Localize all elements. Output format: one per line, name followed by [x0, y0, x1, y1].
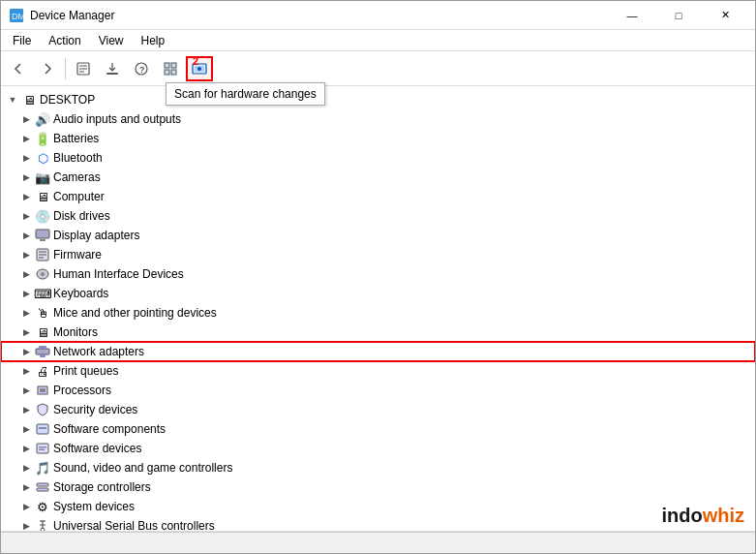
svg-rect-30 — [39, 427, 46, 429]
sw-devices-label: Software devices — [53, 442, 141, 455]
list-item[interactable]: ▶ 📷 Cameras — [1, 168, 755, 187]
expand-keyboard[interactable]: ▶ — [18, 286, 34, 301]
svg-rect-34 — [37, 483, 48, 486]
expand-audio[interactable]: ▶ — [18, 111, 34, 127]
properties-button[interactable] — [70, 56, 97, 81]
status-bar — [1, 532, 755, 553]
close-button[interactable]: ✕ — [703, 2, 747, 29]
expand-cameras[interactable]: ▶ — [18, 169, 34, 185]
expand-computer[interactable]: ▶ — [18, 189, 34, 204]
expand-network[interactable]: ▶ — [18, 344, 34, 359]
title-bar-left: DM Device Manager — [9, 8, 114, 23]
svg-text:DM: DM — [12, 12, 24, 21]
device-tree[interactable]: ▼ 🖥 DESKTOP ▶ 🔊 Audio inputs and outputs… — [1, 86, 755, 532]
expand-disk[interactable]: ▶ — [18, 208, 34, 224]
list-item[interactable]: ▶ 💿 Disk drives — [1, 206, 755, 226]
svg-rect-12 — [171, 70, 176, 75]
batteries-label: Batteries — [53, 132, 99, 145]
network-adapters-item[interactable]: ▶ Network adapters 1 — [1, 342, 755, 361]
list-item[interactable]: ▶ Security devices — [1, 400, 755, 419]
separator-1 — [65, 58, 66, 79]
expand-system[interactable]: ▶ — [18, 499, 34, 514]
back-button[interactable] — [5, 56, 32, 81]
minimize-button[interactable]: — — [610, 2, 654, 29]
sw-components-icon — [34, 420, 51, 438]
menu-view[interactable]: View — [91, 32, 132, 49]
expand-bluetooth[interactable]: ▶ — [18, 150, 34, 166]
hid-label: Human Interface Devices — [53, 267, 184, 281]
device-manager-window: DM Device Manager — □ ✕ File Action View… — [0, 0, 756, 554]
expand-sound[interactable]: ▶ — [18, 460, 34, 476]
list-item[interactable]: ▶ Display adapters — [1, 226, 755, 245]
svg-text:?: ? — [139, 65, 145, 75]
expand-monitors[interactable]: ▶ — [18, 324, 34, 340]
expand-usb[interactable]: ▶ — [18, 518, 34, 532]
tree-root[interactable]: ▼ 🖥 DESKTOP — [1, 90, 755, 109]
list-item[interactable]: ▶ Universal Serial Bus controllers — [1, 516, 755, 532]
bluetooth-label: Bluetooth — [53, 151, 103, 165]
brand-text2: whiz — [703, 505, 744, 526]
keyboard-icon: ⌨ — [34, 285, 51, 302]
list-item[interactable]: ▶ 🖨 Print queues — [1, 361, 755, 381]
list-item[interactable]: ▶ ⌨ Keyboards — [1, 284, 755, 303]
disk-icon: 💿 — [34, 207, 51, 225]
list-item[interactable]: ▶ 🔊 Audio inputs and outputs — [1, 109, 755, 129]
expand-processors[interactable]: ▶ — [18, 383, 34, 398]
svg-rect-9 — [165, 63, 169, 68]
storage-label: Storage controllers — [53, 480, 151, 494]
svg-rect-25 — [39, 346, 46, 349]
expand-security[interactable]: ▶ — [18, 402, 34, 417]
list-item[interactable]: ▶ Firmware — [1, 245, 755, 264]
list-item[interactable]: ▶ 🖱 Mice and other pointing devices — [1, 303, 755, 323]
expand-sw-components[interactable]: ▶ — [18, 421, 34, 437]
expand-print[interactable]: ▶ — [18, 363, 34, 379]
list-item[interactable]: ▶ Software components — [1, 419, 755, 439]
menu-file[interactable]: File — [5, 32, 39, 49]
expand-sw-devices[interactable]: ▶ — [18, 441, 34, 456]
expand-batteries[interactable]: ▶ — [18, 131, 34, 146]
help-button[interactable]: ? — [128, 56, 155, 81]
menu-action[interactable]: Action — [41, 32, 88, 49]
root-expand[interactable]: ▼ — [5, 92, 20, 108]
usb-icon — [34, 517, 51, 532]
print-label: Print queues — [53, 364, 118, 378]
list-item[interactable]: ▶ ⚙ System devices — [1, 497, 755, 516]
expand-mice[interactable]: ▶ — [18, 305, 34, 321]
brand-watermark: indowhiz — [661, 505, 744, 527]
scan-hardware-button[interactable] — [186, 56, 213, 81]
security-icon — [34, 401, 51, 418]
usb-label: Universal Serial Bus controllers — [53, 519, 215, 532]
menu-bar: File Action View Help — [1, 30, 755, 51]
toolbar-badge: 2 — [193, 55, 198, 67]
svg-rect-16 — [36, 230, 49, 238]
forward-button[interactable] — [34, 56, 61, 81]
mice-label: Mice and other pointing devices — [53, 306, 217, 320]
list-item[interactable]: ▶ Storage controllers — [1, 477, 755, 497]
print-icon: 🖨 — [34, 362, 51, 380]
expand-display[interactable]: ▶ — [18, 228, 34, 243]
menu-help[interactable]: Help — [134, 32, 173, 49]
toolbar: ? 2 Scan for hardware changes — [1, 51, 755, 86]
svg-rect-10 — [171, 63, 176, 68]
expand-hid[interactable]: ▶ — [18, 266, 34, 282]
list-item[interactable]: ▶ Software devices — [1, 439, 755, 458]
cameras-label: Cameras — [53, 170, 101, 184]
expand-storage[interactable]: ▶ — [18, 479, 34, 495]
list-item[interactable]: ▶ 🖥 Computer — [1, 187, 755, 206]
list-item[interactable]: ▶ Processors — [1, 381, 755, 400]
svg-rect-11 — [165, 70, 169, 75]
display-icon — [34, 227, 51, 244]
list-item[interactable]: ▶ 🔋 Batteries — [1, 129, 755, 148]
batteries-icon: 🔋 — [34, 130, 51, 147]
list-item[interactable]: ▶ 🎵 Sound, video and game controllers — [1, 458, 755, 477]
svg-rect-32 — [39, 446, 46, 448]
list-item[interactable]: ▶ Human Interface Devices — [1, 264, 755, 284]
maximize-button[interactable]: □ — [656, 2, 701, 29]
update-driver-button[interactable] — [99, 56, 126, 81]
processors-label: Processors — [53, 384, 111, 397]
expand-firmware[interactable]: ▶ — [18, 247, 34, 262]
display-label: Display adapters — [53, 229, 139, 242]
list-item[interactable]: ▶ 🖥 Monitors — [1, 323, 755, 342]
view-devices-button[interactable] — [157, 56, 184, 81]
list-item[interactable]: ▶ ⬡ Bluetooth — [1, 148, 755, 168]
